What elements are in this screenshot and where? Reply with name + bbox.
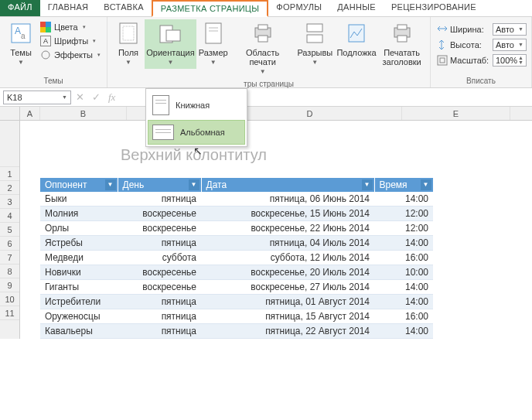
cell-opponent[interactable]: Кавальеры [40, 324, 118, 339]
tab-page-layout[interactable]: РАЗМЕТКА СТРАНИЦЫ [152, 0, 269, 17]
row-header[interactable]: 4 [0, 209, 19, 223]
cell-opponent[interactable]: Гиганты [40, 280, 118, 295]
col-header-a[interactable]: A [20, 107, 40, 120]
row-header[interactable]: 8 [0, 265, 19, 278]
cell-time[interactable]: 14:00 [374, 236, 433, 251]
table-row[interactable]: Истребителипятницапятница, 01 Август 201… [40, 295, 433, 309]
col-header-b[interactable]: B [40, 107, 127, 120]
cell-day[interactable]: воскресенье [118, 280, 201, 295]
print-area-button[interactable]: Область печати▼ [230, 19, 295, 78]
cell-day[interactable]: суббота [118, 251, 201, 265]
th-date[interactable]: Дата▼ [201, 178, 374, 192]
th-time[interactable]: Время▼ [374, 178, 433, 192]
colors-button[interactable]: Цвета▾ [39, 21, 102, 33]
cell-time[interactable]: 16:00 [374, 251, 433, 265]
table-row[interactable]: Ястребыпятницапятница, 04 Июль 201414:00 [40, 236, 433, 251]
row-header[interactable]: 9 [0, 278, 19, 292]
tab-data[interactable]: ДАННЫЕ [329, 0, 384, 16]
margins-button[interactable]: Поля▼ [112, 19, 145, 69]
table-row[interactable]: Кавальерыпятницапятница, 22 Август 20141… [40, 324, 433, 339]
cell-day[interactable]: пятница [118, 295, 201, 309]
th-day[interactable]: День▼ [118, 178, 201, 192]
filter-icon[interactable]: ▼ [105, 179, 116, 190]
cell-time[interactable]: 14:00 [374, 192, 433, 207]
filter-icon[interactable]: ▼ [362, 179, 373, 190]
table-row[interactable]: Гигантывоскресеньевоскресенье, 27 Июль 2… [40, 280, 433, 295]
table-row[interactable]: Оруженосцыпятницапятница, 15 Август 2014… [40, 309, 433, 324]
cell-time[interactable]: 14:00 [374, 324, 433, 339]
cell-date[interactable]: пятница, 01 Август 2014 [201, 295, 374, 309]
orientation-landscape[interactable]: Альбомная [148, 120, 245, 145]
cell-time[interactable]: 12:00 [374, 221, 433, 236]
filter-icon[interactable]: ▼ [421, 179, 431, 190]
table-row[interactable]: Новичкивоскресеньевоскресенье, 20 Июль 2… [40, 265, 433, 280]
cell-opponent[interactable]: Ястребы [40, 236, 118, 251]
row-header[interactable]: 1 [0, 167, 19, 181]
table-row[interactable]: Быкипятницапятница, 06 Июнь 201414:00 [40, 192, 433, 207]
orientation-button[interactable]: Ориентация▼ [145, 19, 196, 69]
cell-opponent[interactable]: Орлы [40, 221, 118, 236]
print-titles-button[interactable]: Печатать заголовки [378, 19, 425, 68]
fonts-button[interactable]: A Шрифты▾ [39, 35, 102, 47]
cell-opponent[interactable]: Медведи [40, 251, 118, 265]
cell-date[interactable]: воскресенье, 27 Июль 2014 [201, 280, 374, 295]
row-header[interactable]: 7 [0, 251, 19, 265]
col-header-e[interactable]: E [402, 107, 510, 120]
background-button[interactable]: Подложка [335, 19, 378, 59]
th-opponent[interactable]: Оппонент▼ [40, 178, 118, 192]
height-dropdown[interactable]: Авто▼ [493, 39, 527, 51]
cell-time[interactable]: 12:00 [374, 207, 433, 221]
cancel-icon[interactable]: ✕ [76, 91, 84, 104]
cell-opponent[interactable]: Молния [40, 207, 118, 221]
name-box[interactable]: K18▼ [3, 90, 71, 104]
cell-time[interactable]: 16:00 [374, 309, 433, 324]
effects-button[interactable]: Эффекты▾ [39, 49, 102, 61]
tab-formulas[interactable]: ФОРМУЛЫ [268, 0, 329, 16]
row-header[interactable]: 11 [0, 306, 19, 320]
table-row[interactable]: Молниявоскресеньевоскресенье, 15 Июнь 20… [40, 207, 433, 221]
cell-day[interactable]: воскресенье [118, 265, 201, 280]
select-all-corner[interactable] [0, 107, 20, 120]
tab-file[interactable]: ФАЙЛ [0, 0, 40, 16]
cell-opponent[interactable]: Оруженосцы [40, 309, 118, 324]
cell-date[interactable]: воскресенье, 22 Июнь 2014 [201, 221, 374, 236]
cell-day[interactable]: пятница [118, 309, 201, 324]
cell-day[interactable]: пятница [118, 236, 201, 251]
cell-time[interactable]: 14:00 [374, 280, 433, 295]
cell-day[interactable]: воскресенье [118, 221, 201, 236]
cell-date[interactable]: воскресенье, 20 Июль 2014 [201, 265, 374, 280]
cell-date[interactable]: пятница, 22 Август 2014 [201, 324, 374, 339]
cell-date[interactable]: пятница, 15 Август 2014 [201, 309, 374, 324]
tab-insert[interactable]: ВСТАВКА [96, 0, 151, 16]
cell-time[interactable]: 14:00 [374, 295, 433, 309]
cell-day[interactable]: воскресенье [118, 207, 201, 221]
fx-icon[interactable]: fx [108, 91, 115, 104]
tab-home[interactable]: ГЛАВНАЯ [40, 0, 97, 16]
row-header[interactable]: 3 [0, 195, 19, 209]
cell-time[interactable]: 10:00 [374, 265, 433, 280]
row-header[interactable]: 10 [0, 292, 19, 306]
filter-icon[interactable]: ▼ [189, 179, 200, 190]
cell-date[interactable]: воскресенье, 15 Июнь 2014 [201, 207, 374, 221]
row-header[interactable]: 2 [0, 181, 19, 195]
enter-icon[interactable]: ✓ [92, 91, 101, 104]
tab-review[interactable]: РЕЦЕНЗИРОВАНИЕ [384, 0, 484, 16]
cell-opponent[interactable]: Быки [40, 192, 118, 207]
cell-date[interactable]: пятница, 04 Июль 2014 [201, 236, 374, 251]
table-row[interactable]: Медведисубботасуббота, 12 Июль 201416:00 [40, 251, 433, 265]
row-header[interactable]: 6 [0, 237, 19, 251]
scale-spinner[interactable]: 100%▲▼ [493, 54, 527, 67]
orientation-portrait[interactable]: Книжная [148, 90, 245, 120]
breaks-button[interactable]: Разрывы▼ [295, 19, 335, 69]
row-header[interactable]: 5 [0, 223, 19, 237]
cell-date[interactable]: пятница, 06 Июнь 2014 [201, 192, 374, 207]
cell-opponent[interactable]: Истребители [40, 295, 118, 309]
cell-day[interactable]: пятница [118, 192, 201, 207]
cell-opponent[interactable]: Новички [40, 265, 118, 280]
table-row[interactable]: Орлывоскресеньевоскресенье, 22 Июнь 2014… [40, 221, 433, 236]
cell-date[interactable]: суббота, 12 Июль 2014 [201, 251, 374, 265]
themes-button[interactable]: Aa Темы ▼ [5, 19, 37, 69]
width-dropdown[interactable]: Авто▼ [493, 23, 527, 36]
size-button[interactable]: Размер▼ [196, 19, 230, 69]
cell-day[interactable]: пятница [118, 324, 201, 339]
